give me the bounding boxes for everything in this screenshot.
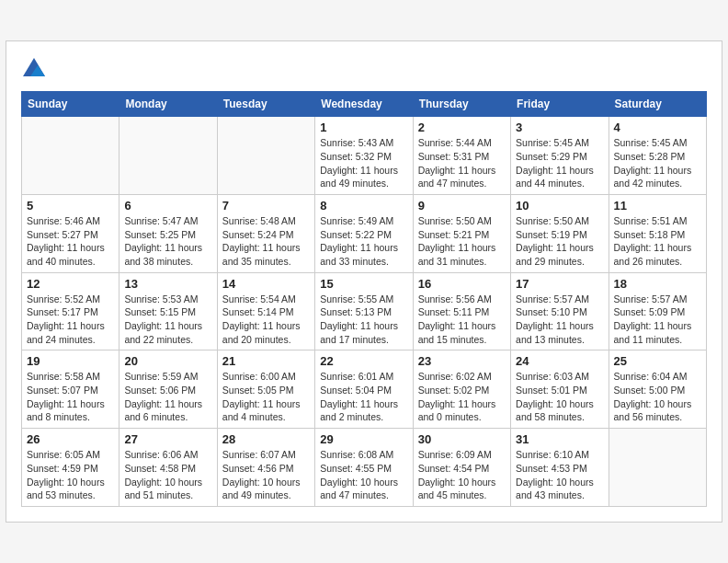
day-number: 12 xyxy=(27,277,114,291)
day-number: 27 xyxy=(124,432,211,446)
calendar-cell: 12Sunrise: 5:52 AM Sunset: 5:17 PM Dayli… xyxy=(22,272,119,350)
day-info: Sunrise: 5:57 AM Sunset: 5:09 PM Dayligh… xyxy=(614,293,701,347)
day-info: Sunrise: 5:50 AM Sunset: 5:21 PM Dayligh… xyxy=(418,214,506,269)
calendar-cell: 22Sunrise: 6:01 AM Sunset: 5:04 PM Dayli… xyxy=(315,350,413,429)
weekday-header-sunday: Sunday xyxy=(22,92,119,117)
calendar-cell: 17Sunrise: 5:57 AM Sunset: 5:10 PM Dayli… xyxy=(511,272,609,350)
weekday-header-saturday: Saturday xyxy=(609,92,706,117)
day-info: Sunrise: 6:08 AM Sunset: 4:55 PM Dayligh… xyxy=(320,448,407,502)
calendar-cell: 23Sunrise: 6:02 AM Sunset: 5:02 PM Dayli… xyxy=(413,350,510,429)
day-info: Sunrise: 5:55 AM Sunset: 5:13 PM Dayligh… xyxy=(320,293,407,347)
calendar-wrapper: SundayMondayTuesdayWednesdayThursdayFrid… xyxy=(6,40,722,523)
calendar-cell: 24Sunrise: 6:03 AM Sunset: 5:01 PM Dayli… xyxy=(511,350,609,429)
day-number: 9 xyxy=(418,199,506,213)
logo-area xyxy=(21,56,51,82)
day-number: 19 xyxy=(27,354,114,368)
day-info: Sunrise: 6:01 AM Sunset: 5:04 PM Dayligh… xyxy=(320,370,407,424)
header-section xyxy=(21,56,707,82)
day-info: Sunrise: 6:10 AM Sunset: 4:53 PM Dayligh… xyxy=(516,448,603,502)
day-number: 4 xyxy=(614,121,701,134)
calendar-cell: 25Sunrise: 6:04 AM Sunset: 5:00 PM Dayli… xyxy=(609,350,706,429)
day-info: Sunrise: 5:43 AM Sunset: 5:32 PM Dayligh… xyxy=(320,136,407,190)
day-number: 14 xyxy=(222,277,310,291)
day-number: 2 xyxy=(418,121,506,134)
weekday-header-tuesday: Tuesday xyxy=(217,92,314,117)
day-number: 26 xyxy=(27,432,114,446)
calendar-week-row: 19Sunrise: 5:58 AM Sunset: 5:07 PM Dayli… xyxy=(22,350,707,429)
day-info: Sunrise: 6:05 AM Sunset: 4:59 PM Dayligh… xyxy=(27,448,114,502)
day-info: Sunrise: 5:48 AM Sunset: 5:24 PM Dayligh… xyxy=(222,214,310,269)
calendar-week-row: 5Sunrise: 5:46 AM Sunset: 5:27 PM Daylig… xyxy=(22,194,707,272)
day-number: 30 xyxy=(418,432,506,446)
calendar-cell: 18Sunrise: 5:57 AM Sunset: 5:09 PM Dayli… xyxy=(609,272,706,350)
day-info: Sunrise: 5:47 AM Sunset: 5:25 PM Dayligh… xyxy=(124,214,211,269)
calendar-cell xyxy=(22,117,119,195)
day-number: 22 xyxy=(320,354,407,368)
day-number: 29 xyxy=(320,432,407,446)
calendar-cell: 6Sunrise: 5:47 AM Sunset: 5:25 PM Daylig… xyxy=(119,194,217,272)
day-number: 6 xyxy=(124,199,211,213)
day-info: Sunrise: 5:50 AM Sunset: 5:19 PM Dayligh… xyxy=(516,214,603,269)
calendar-week-row: 12Sunrise: 5:52 AM Sunset: 5:17 PM Dayli… xyxy=(22,272,707,350)
day-info: Sunrise: 6:00 AM Sunset: 5:05 PM Dayligh… xyxy=(222,370,310,424)
weekday-header-monday: Monday xyxy=(119,92,217,117)
day-info: Sunrise: 5:45 AM Sunset: 5:29 PM Dayligh… xyxy=(516,136,603,190)
weekday-header-wednesday: Wednesday xyxy=(315,92,413,117)
calendar-cell: 29Sunrise: 6:08 AM Sunset: 4:55 PM Dayli… xyxy=(315,429,413,507)
day-number: 7 xyxy=(222,199,310,213)
calendar-cell: 2Sunrise: 5:44 AM Sunset: 5:31 PM Daylig… xyxy=(413,117,510,195)
calendar-cell: 28Sunrise: 6:07 AM Sunset: 4:56 PM Dayli… xyxy=(217,429,314,507)
day-info: Sunrise: 5:59 AM Sunset: 5:06 PM Dayligh… xyxy=(124,370,211,424)
day-number: 5 xyxy=(27,199,114,213)
day-info: Sunrise: 5:53 AM Sunset: 5:15 PM Dayligh… xyxy=(124,293,211,347)
day-info: Sunrise: 5:54 AM Sunset: 5:14 PM Dayligh… xyxy=(222,293,310,347)
calendar-cell: 3Sunrise: 5:45 AM Sunset: 5:29 PM Daylig… xyxy=(511,117,609,195)
calendar-cell: 1Sunrise: 5:43 AM Sunset: 5:32 PM Daylig… xyxy=(315,117,413,195)
day-number: 3 xyxy=(516,121,603,134)
weekday-header-friday: Friday xyxy=(511,92,609,117)
day-info: Sunrise: 6:09 AM Sunset: 4:54 PM Dayligh… xyxy=(418,448,506,502)
calendar-cell: 27Sunrise: 6:06 AM Sunset: 4:58 PM Dayli… xyxy=(119,429,217,507)
day-info: Sunrise: 5:51 AM Sunset: 5:18 PM Dayligh… xyxy=(614,214,701,269)
weekday-header-thursday: Thursday xyxy=(413,92,510,117)
logo-icon xyxy=(21,56,47,82)
day-number: 13 xyxy=(124,277,211,291)
calendar-cell: 14Sunrise: 5:54 AM Sunset: 5:14 PM Dayli… xyxy=(217,272,314,350)
calendar-cell: 19Sunrise: 5:58 AM Sunset: 5:07 PM Dayli… xyxy=(22,350,119,429)
calendar-cell: 10Sunrise: 5:50 AM Sunset: 5:19 PM Dayli… xyxy=(511,194,609,272)
day-number: 31 xyxy=(516,432,603,446)
day-number: 21 xyxy=(222,354,310,368)
day-info: Sunrise: 5:56 AM Sunset: 5:11 PM Dayligh… xyxy=(418,293,506,347)
calendar-cell: 30Sunrise: 6:09 AM Sunset: 4:54 PM Dayli… xyxy=(413,429,510,507)
day-info: Sunrise: 5:44 AM Sunset: 5:31 PM Dayligh… xyxy=(418,136,506,190)
day-number: 18 xyxy=(614,277,701,291)
calendar-cell: 13Sunrise: 5:53 AM Sunset: 5:15 PM Dayli… xyxy=(119,272,217,350)
day-info: Sunrise: 6:02 AM Sunset: 5:02 PM Dayligh… xyxy=(418,370,506,424)
calendar-table: SundayMondayTuesdayWednesdayThursdayFrid… xyxy=(21,91,707,507)
day-number: 16 xyxy=(418,277,506,291)
calendar-cell xyxy=(119,117,217,195)
day-number: 20 xyxy=(124,354,211,368)
day-number: 10 xyxy=(516,199,603,213)
calendar-cell: 7Sunrise: 5:48 AM Sunset: 5:24 PM Daylig… xyxy=(217,194,314,272)
day-number: 17 xyxy=(516,277,603,291)
calendar-cell: 15Sunrise: 5:55 AM Sunset: 5:13 PM Dayli… xyxy=(315,272,413,350)
day-number: 24 xyxy=(516,354,603,368)
calendar-cell: 8Sunrise: 5:49 AM Sunset: 5:22 PM Daylig… xyxy=(315,194,413,272)
day-info: Sunrise: 6:04 AM Sunset: 5:00 PM Dayligh… xyxy=(614,370,701,424)
day-number: 8 xyxy=(320,199,407,213)
day-number: 28 xyxy=(222,432,310,446)
calendar-cell xyxy=(217,117,314,195)
day-number: 15 xyxy=(320,277,407,291)
calendar-cell: 9Sunrise: 5:50 AM Sunset: 5:21 PM Daylig… xyxy=(413,194,510,272)
day-number: 1 xyxy=(320,121,407,134)
calendar-cell: 31Sunrise: 6:10 AM Sunset: 4:53 PM Dayli… xyxy=(511,429,609,507)
calendar-cell: 20Sunrise: 5:59 AM Sunset: 5:06 PM Dayli… xyxy=(119,350,217,429)
calendar-cell xyxy=(609,429,706,507)
day-number: 25 xyxy=(614,354,701,368)
calendar-cell: 4Sunrise: 5:45 AM Sunset: 5:28 PM Daylig… xyxy=(609,117,706,195)
calendar-week-row: 26Sunrise: 6:05 AM Sunset: 4:59 PM Dayli… xyxy=(22,429,707,507)
day-info: Sunrise: 6:06 AM Sunset: 4:58 PM Dayligh… xyxy=(124,448,211,502)
day-info: Sunrise: 5:49 AM Sunset: 5:22 PM Dayligh… xyxy=(320,214,407,269)
day-info: Sunrise: 5:46 AM Sunset: 5:27 PM Dayligh… xyxy=(27,214,114,269)
